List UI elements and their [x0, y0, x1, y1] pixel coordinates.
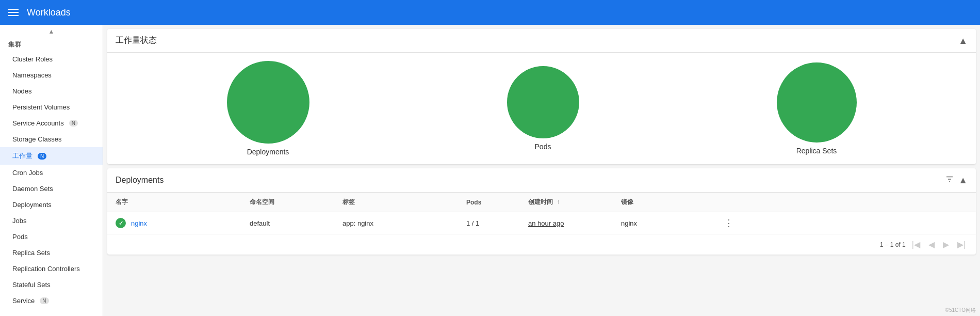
workload-status-card: 工作量状态 ▲ Deployments Pods Replica Sets [107, 29, 976, 164]
col-actions [716, 193, 976, 212]
sidebar-item-stateful-sets[interactable]: Stateful Sets [0, 277, 103, 293]
pods-circle [507, 66, 579, 138]
sidebar-item-persistent-volumes[interactable]: Persistent Volumes [0, 99, 103, 115]
sidebar-item-label: Deployments [12, 201, 52, 209]
deployments-circle-label: Deployments [247, 148, 289, 156]
row-pods: 1 / 1 [458, 212, 520, 234]
content-area: 工作量状态 ▲ Deployments Pods Replica Sets [103, 25, 980, 316]
sidebar-item-cluster-roles[interactable]: Cluster Roles [0, 51, 103, 67]
sidebar-item-service-accounts[interactable]: Service Accounts N [0, 115, 103, 131]
sidebar-item-namespaces[interactable]: Namespaces [0, 67, 103, 83]
row-created: an hour ago [520, 212, 613, 234]
deployments-collapse-btn[interactable]: ▲ [958, 176, 968, 185]
more-options-icon[interactable]: ⋮ [724, 218, 733, 228]
status-icon-green [116, 218, 126, 228]
pagination-text: 1 – 1 of 1 [880, 241, 906, 248]
sidebar-item-label: Nodes [12, 87, 32, 95]
workload-status-title: 工作量状态 [116, 35, 157, 46]
service-badge: N [40, 297, 48, 304]
menu-button[interactable] [8, 9, 19, 16]
sidebar-item-label: Replication Controllers [12, 265, 80, 273]
col-image: 镜像 [613, 193, 716, 212]
col-created: 创建时间 ↑ [520, 193, 613, 212]
pods-circle-label: Pods [535, 143, 551, 151]
sidebar: ▲ 集群 Cluster Roles Namespaces Nodes Pers… [0, 25, 103, 316]
service-accounts-badge: N [69, 120, 78, 127]
sidebar-item-workloads[interactable]: 工作量 N [0, 147, 103, 165]
first-page-btn[interactable]: |◀ [910, 239, 922, 250]
last-page-btn[interactable]: ▶| [955, 239, 968, 250]
deployments-table: 名字 命名空间 标签 Pods 创建时间 ↑ 镜像 [107, 193, 976, 234]
sidebar-item-label: Daemon Sets [12, 185, 53, 193]
pagination: 1 – 1 of 1 |◀ ◀ ▶ ▶| [107, 234, 976, 255]
workload-status-body: Deployments Pods Replica Sets [107, 53, 976, 164]
col-name: 名字 [107, 193, 241, 212]
col-labels: 标签 [334, 193, 458, 212]
row-labels: app: nginx [334, 212, 458, 234]
sidebar-item-label: Replica Sets [12, 249, 50, 257]
deployments-header: Deployments ▲ [107, 168, 976, 193]
sidebar-item-deployments[interactable]: Deployments [0, 197, 103, 213]
sidebar-item-replication-controllers[interactable]: Replication Controllers [0, 261, 103, 277]
sidebar-item-jobs[interactable]: Jobs [0, 213, 103, 229]
sidebar-item-label: Namespaces [12, 71, 52, 79]
deployments-toolbar: ▲ [945, 175, 968, 186]
sidebar-item-cron-jobs[interactable]: Cron Jobs [0, 165, 103, 181]
row-image: nginx [613, 212, 716, 234]
workload-status-collapse-btn[interactable]: ▲ [958, 36, 968, 45]
sidebar-item-label: Cluster Roles [12, 55, 53, 63]
sort-icon[interactable]: ↑ [557, 198, 560, 206]
sidebar-item-label: Service Accounts [12, 119, 64, 127]
sidebar-item-label: Cron Jobs [12, 169, 43, 177]
filter-icon[interactable] [945, 175, 954, 186]
deployments-circle [227, 61, 309, 144]
sidebar-item-label: Stateful Sets [12, 281, 51, 289]
deployments-title: Deployments [116, 176, 164, 185]
row-status-name: nginx [107, 212, 241, 234]
workload-status-header: 工作量状态 ▲ [107, 29, 976, 53]
replica-sets-circle-item: Replica Sets [777, 62, 857, 155]
col-namespace: 命名空间 [241, 193, 334, 212]
scroll-up-indicator: ▲ [0, 27, 103, 36]
sidebar-item-label: Storage Classes [12, 135, 61, 143]
col-pods: Pods [458, 193, 520, 212]
sidebar-item-nodes[interactable]: Nodes [0, 83, 103, 99]
cluster-section-header: 集群 [0, 36, 103, 51]
replica-sets-circle [777, 62, 857, 143]
sidebar-item-daemon-sets[interactable]: Daemon Sets [0, 181, 103, 197]
next-page-btn[interactable]: ▶ [941, 239, 951, 250]
workloads-badge: N [38, 153, 46, 160]
sidebar-item-service[interactable]: Service N [0, 293, 103, 309]
sidebar-item-storage-classes[interactable]: Storage Classes [0, 131, 103, 147]
sidebar-item-label: Pods [12, 233, 28, 241]
sidebar-item-pods[interactable]: Pods [0, 229, 103, 245]
sidebar-item-label: Jobs [12, 217, 26, 225]
watermark: ©51CTO网络 [945, 307, 976, 314]
workloads-label: 工作量 [12, 151, 32, 161]
sidebar-item-label: Persistent Volumes [12, 103, 70, 111]
deployments-card: Deployments ▲ 名字 命名空 [107, 168, 976, 255]
table-header-row: 名字 命名空间 标签 Pods 创建时间 ↑ 镜像 [107, 193, 976, 212]
deployments-circle-item: Deployments [227, 61, 309, 156]
topbar-title: Workloads [27, 7, 71, 18]
main-layout: ▲ 集群 Cluster Roles Namespaces Nodes Pers… [0, 25, 980, 316]
pods-circle-item: Pods [507, 66, 579, 151]
row-namespace: default [241, 212, 334, 234]
created-time-link[interactable]: an hour ago [528, 219, 564, 227]
deployment-link[interactable]: nginx [131, 219, 147, 227]
topbar: Workloads [0, 0, 980, 25]
table-row: nginx default app: nginx 1 / 1 an hour a… [107, 212, 976, 234]
service-label: Service [12, 297, 35, 305]
sidebar-item-replica-sets[interactable]: Replica Sets [0, 245, 103, 261]
prev-page-btn[interactable]: ◀ [926, 239, 937, 250]
row-more: ⋮ [716, 212, 976, 234]
replica-sets-circle-label: Replica Sets [796, 147, 837, 155]
